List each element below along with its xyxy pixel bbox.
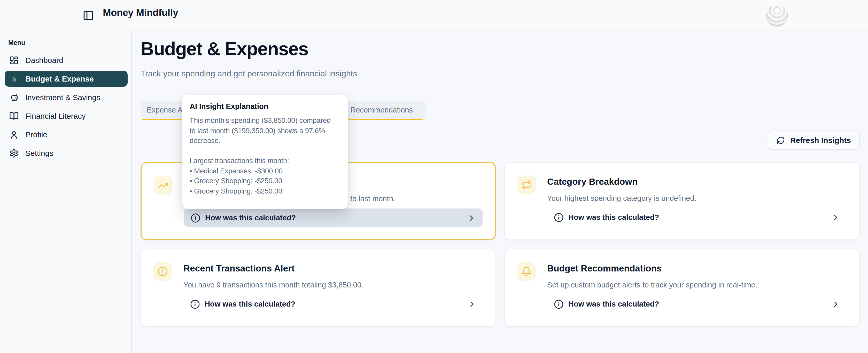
sidebar-item-investment-savings[interactable]: Investment & Savings	[5, 89, 128, 105]
app-root: Money Mindfully Menu Dashboard Budget & …	[0, 0, 868, 353]
card-description: Your highest spending category is undefi…	[547, 194, 696, 202]
sidebar-item-label: Settings	[25, 149, 53, 157]
how-calculated-label: How was this calculated?	[205, 300, 295, 308]
card-description: Set up custom budget alerts to track you…	[547, 281, 757, 289]
card-title: Recent Transactions Alert	[183, 263, 295, 274]
sidebar-item-budget-expense[interactable]: Budget & Expense	[5, 71, 128, 87]
ai-insight-tooltip: AI Insight Explanation This month's spen…	[182, 95, 348, 209]
how-calculated-label: How was this calculated?	[568, 213, 659, 221]
info-icon	[191, 213, 200, 223]
sidebar-item-label: Profile	[25, 130, 47, 139]
ai-insight-tooltip-title: AI Insight Explanation	[190, 102, 340, 111]
top-header: Money Mindfully	[0, 0, 868, 30]
how-calculated-row[interactable]: How was this calculated?	[547, 208, 847, 226]
recent-transactions-card: Recent Transactions Alert You have 9 tra…	[141, 249, 496, 327]
user-avatar[interactable]	[766, 5, 788, 26]
trending-up-icon	[154, 176, 173, 195]
refresh-insights-label: Refresh Insights	[790, 136, 851, 144]
ai-insight-tooltip-body: This month's spending ($3,850.00) compar…	[190, 116, 340, 196]
chevron-right-icon	[467, 213, 476, 222]
page-subtitle: Track your spending and get personalized…	[141, 69, 357, 78]
info-icon	[554, 299, 564, 309]
sidebar-item-label: Investment & Savings	[25, 93, 100, 102]
how-calculated-row[interactable]: How was this calculated?	[183, 295, 483, 313]
card-title: Budget Recommendations	[547, 263, 661, 274]
budget-recommendations-card: Budget Recommendations Set up custom bud…	[504, 249, 860, 327]
card-title: Category Breakdown	[547, 176, 638, 187]
how-calculated-label: How was this calculated?	[568, 300, 659, 308]
dashboard-icon	[9, 56, 19, 65]
sidebar-menu-label: Menu	[8, 39, 25, 46]
sidebar-item-label: Financial Literacy	[25, 111, 86, 120]
piggy-bank-icon	[9, 93, 19, 102]
sidebar-item-label: Dashboard	[25, 56, 63, 65]
sidebar-item-financial-literacy[interactable]: Financial Literacy	[5, 108, 128, 124]
info-icon	[554, 212, 564, 222]
card-description: You have 9 transactions this month total…	[183, 281, 364, 289]
sidebar-item-dashboard[interactable]: Dashboard	[5, 52, 128, 68]
bar-chart-icon	[9, 74, 19, 83]
refresh-insights-button[interactable]: Refresh Insights	[768, 131, 860, 150]
card-description: to last month.	[350, 195, 395, 203]
sidebar-item-settings[interactable]: Settings	[5, 145, 128, 161]
gear-icon	[9, 148, 19, 158]
how-calculated-row[interactable]: How was this calculated?	[547, 295, 847, 313]
app-title: Money Mindfully	[103, 7, 178, 19]
book-open-icon	[9, 111, 19, 120]
repeat-icon	[517, 175, 536, 194]
alert-circle-icon	[153, 262, 172, 281]
user-icon	[9, 130, 19, 139]
how-calculated-row[interactable]: How was this calculated?	[184, 209, 483, 227]
refresh-icon	[777, 136, 785, 144]
sidebar-item-profile[interactable]: Profile	[5, 127, 128, 142]
info-icon	[190, 299, 200, 309]
chevron-right-icon	[831, 213, 840, 222]
panel-left-icon	[83, 10, 94, 21]
sidebar: Menu Dashboard Budget & Expense Investme…	[0, 30, 132, 353]
sidebar-item-label: Budget & Expense	[25, 74, 94, 83]
chevron-right-icon	[468, 299, 476, 308]
chevron-right-icon	[831, 299, 840, 308]
category-breakdown-card: Category Breakdown Your highest spending…	[504, 162, 860, 240]
bell-icon	[517, 262, 536, 281]
sidebar-nav: Dashboard Budget & Expense Investment & …	[0, 52, 132, 164]
page-title: Budget & Expenses	[141, 38, 308, 60]
sidebar-toggle-button[interactable]	[83, 10, 94, 21]
how-calculated-label: How was this calculated?	[205, 214, 296, 222]
